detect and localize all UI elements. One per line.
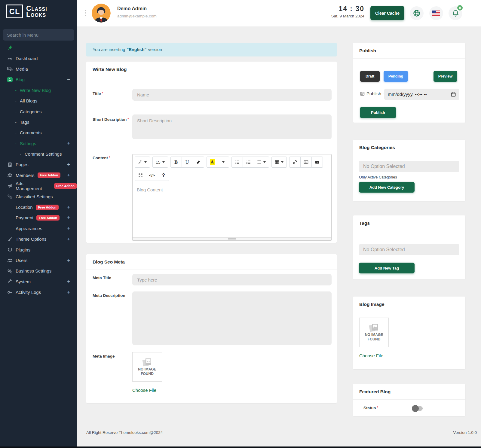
- video-icon: [315, 160, 320, 165]
- calendar-icon: [360, 91, 365, 96]
- card-title: Wirte New Blog: [86, 62, 337, 77]
- sidebar-item-blog[interactable]: Blog −: [0, 74, 77, 85]
- sidebar-item-label: Pages: [16, 162, 29, 167]
- sidebar-item-write-new-blog[interactable]: - Write New Blog: [0, 85, 77, 96]
- insert-video-button[interactable]: [311, 157, 323, 168]
- sidebar-item-all-blogs[interactable]: - All Blogs: [0, 96, 77, 106]
- sidebar-item-media[interactable]: Media: [0, 64, 77, 74]
- sidebar-item-pin[interactable]: [0, 42, 77, 53]
- title-input[interactable]: [132, 89, 332, 101]
- collapse-icon[interactable]: −: [67, 76, 70, 83]
- sidebar-item-plugins[interactable]: Plugins: [0, 244, 77, 255]
- insert-image-button[interactable]: [300, 157, 312, 168]
- sidebar-item-comment-settings[interactable]: - Comment Settings: [0, 149, 77, 159]
- sidebar-item-location[interactable]: Location Free Addon +: [0, 202, 77, 212]
- editor-content-area[interactable]: Blog Content: [133, 183, 331, 237]
- sidebar-item-payment[interactable]: Payment Free Addon +: [0, 212, 77, 223]
- bullhorn-icon: [7, 183, 13, 189]
- expand-icon[interactable]: +: [67, 161, 70, 168]
- sidebar-item-label: Members: [16, 173, 35, 178]
- write-blog-card: Wirte New Blog Title* Short Description*…: [86, 62, 337, 243]
- sidebar-item-categories[interactable]: - Categories: [0, 106, 77, 117]
- clear-cache-button[interactable]: Clear Cache: [370, 6, 404, 20]
- sidebar-item-label: Dashboard: [16, 56, 38, 61]
- sidebar-item-dashboard[interactable]: Dashboard: [0, 53, 77, 63]
- sidebar-item-comments[interactable]: - Comments: [0, 127, 77, 138]
- expand-icon[interactable]: +: [67, 204, 70, 211]
- code-view-button[interactable]: </>: [146, 170, 158, 181]
- font-size-button[interactable]: 15: [152, 157, 168, 168]
- sidebar-item-theme-options[interactable]: Theme Options +: [0, 234, 77, 244]
- clear-format-button[interactable]: [193, 157, 204, 168]
- ordered-list-button[interactable]: [243, 157, 254, 168]
- help-button[interactable]: ?: [158, 170, 169, 181]
- meta-description-input[interactable]: [132, 291, 332, 345]
- sidebar-item-appearances[interactable]: Appearances +: [0, 223, 77, 234]
- expand-icon[interactable]: +: [67, 172, 70, 178]
- add-new-category-button[interactable]: Add New Category: [359, 182, 415, 193]
- draft-button[interactable]: Draft: [360, 71, 380, 82]
- sidebar: CL Classi Looks Dashboard: [0, 0, 77, 448]
- sidebar-item-ads-management[interactable]: Ads Management Free Addon +: [0, 181, 77, 191]
- fullscreen-icon: [138, 173, 143, 178]
- notifications-button[interactable]: 0: [449, 6, 462, 20]
- meta-image-choose-file-link[interactable]: Choose File: [132, 388, 156, 393]
- expand-icon[interactable]: +: [67, 289, 70, 296]
- calendar-picker-icon: [451, 92, 456, 97]
- editor-resize-handle[interactable]: [133, 237, 331, 240]
- sidebar-item-business-settings[interactable]: Business Settings: [0, 266, 77, 276]
- bullet-list-icon: [235, 160, 240, 164]
- featured-status-toggle[interactable]: [412, 406, 423, 411]
- expand-icon[interactable]: +: [67, 236, 70, 242]
- font-color-dropdown[interactable]: [218, 157, 229, 168]
- categories-select[interactable]: No Option Selected: [359, 161, 459, 172]
- avatar[interactable]: [92, 4, 111, 23]
- publish-submit-button[interactable]: Publish: [360, 107, 396, 118]
- brand-logo[interactable]: CL Classi Looks: [6, 5, 47, 18]
- sidebar-item-tags[interactable]: - Tags: [0, 117, 77, 127]
- publish-datetime-input[interactable]: mm/dd/yyyy, --:-- --: [384, 89, 459, 100]
- sidebar-item-activity-logs[interactable]: Activity Logs +: [0, 287, 77, 297]
- users-icon: [7, 258, 13, 263]
- font-color-button[interactable]: A: [207, 157, 218, 168]
- members-icon: [7, 172, 13, 178]
- user-name[interactable]: Demo Admin: [117, 6, 147, 11]
- short-description-input[interactable]: [132, 114, 332, 139]
- menu-dots-icon[interactable]: [85, 10, 86, 16]
- us-flag-icon: [432, 11, 440, 16]
- locale-flag-button[interactable]: [429, 6, 443, 20]
- table-button[interactable]: [271, 157, 287, 168]
- style-magic-button[interactable]: [135, 157, 150, 168]
- insert-link-button[interactable]: [289, 157, 301, 168]
- sidebar-item-system[interactable]: System +: [0, 276, 77, 287]
- no-image-icon: [142, 358, 153, 367]
- no-image-icon: [368, 323, 380, 333]
- expand-icon[interactable]: +: [67, 278, 70, 285]
- add-new-tag-button[interactable]: Add New Tag: [359, 263, 415, 273]
- brand-line2: Looks: [26, 11, 47, 17]
- unordered-list-button[interactable]: [231, 157, 243, 168]
- meta-title-input[interactable]: [132, 274, 332, 285]
- paragraph-align-button[interactable]: [254, 157, 269, 168]
- fullscreen-button[interactable]: [135, 170, 146, 181]
- expand-icon[interactable]: +: [67, 183, 70, 189]
- sidebar-item-users[interactable]: Users +: [0, 255, 77, 266]
- pages-icon: [7, 162, 13, 167]
- expand-icon[interactable]: +: [67, 257, 70, 264]
- sidebar-item-settings[interactable]: - Settings +: [0, 138, 77, 149]
- expand-icon[interactable]: +: [67, 225, 70, 232]
- meta-image-label: Meta Image: [93, 354, 115, 358]
- tags-select[interactable]: No Option Selected: [359, 244, 459, 255]
- sidebar-search-input[interactable]: [3, 29, 74, 41]
- bold-button[interactable]: B: [170, 157, 182, 168]
- preview-button[interactable]: Preview: [434, 71, 457, 82]
- sidebar-item-classified-settings[interactable]: Classified Settings: [0, 191, 77, 202]
- expand-icon[interactable]: +: [67, 215, 70, 221]
- underline-button[interactable]: U: [182, 157, 193, 168]
- pending-button[interactable]: Pending: [384, 71, 408, 82]
- language-globe-button[interactable]: [410, 6, 424, 20]
- blog-image-choose-file-link[interactable]: Choose File: [359, 353, 383, 358]
- expand-icon[interactable]: +: [67, 140, 70, 147]
- sidebar-item-pages[interactable]: Pages +: [0, 159, 77, 170]
- sidebar-item-members[interactable]: Members Free Addon +: [0, 170, 77, 181]
